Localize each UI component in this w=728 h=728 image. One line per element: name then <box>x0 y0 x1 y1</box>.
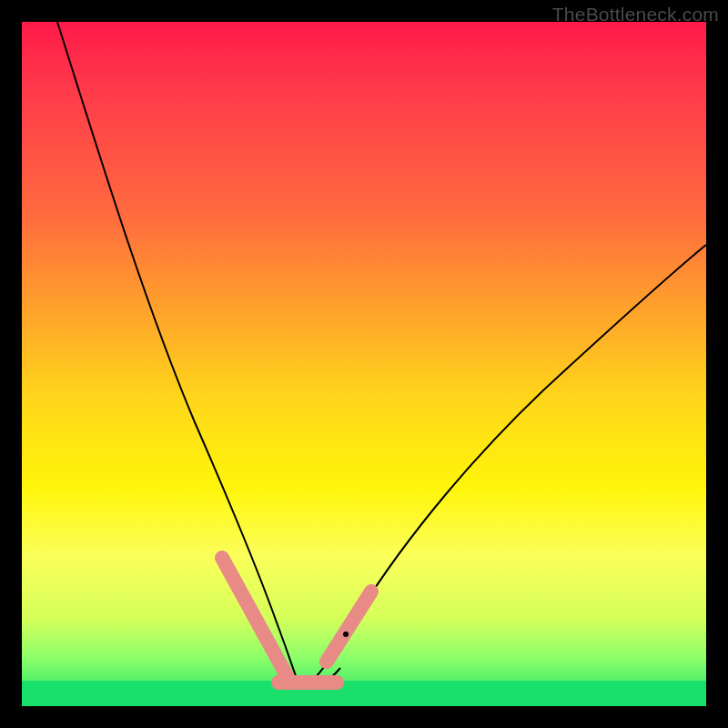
watermark-label: TheBottleneck.com <box>552 4 719 25</box>
gradient-plot-area <box>22 22 706 706</box>
curve-left-branch <box>57 22 299 686</box>
accent-pill-left <box>222 558 288 679</box>
curve-overlay <box>22 22 706 706</box>
curve-right-branch <box>299 245 706 689</box>
accent-pill-right <box>327 592 371 662</box>
vertex-dot <box>343 632 349 637</box>
